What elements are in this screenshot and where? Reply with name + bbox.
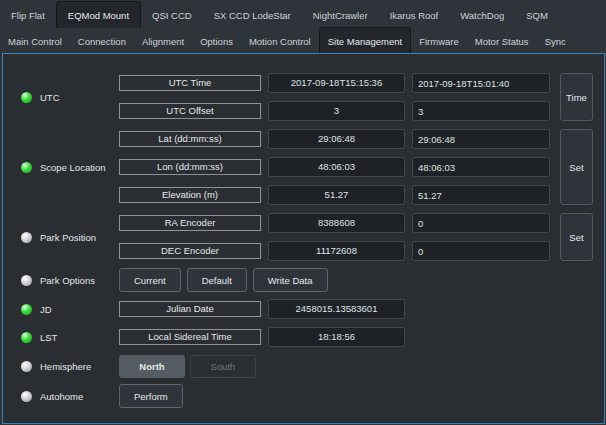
utc-offset-label: UTC Offset [119, 103, 261, 119]
utc-time-current-value: 2017-09-18T15:15:36 [268, 73, 405, 93]
group-lst: LST Local Sidereal Time 18:18:56 [21, 323, 604, 351]
autohome-perform-button[interactable]: Perform [119, 384, 183, 408]
group-hemisphere: Hemisphere North South [21, 351, 604, 381]
group-label-autohome: Autohome [40, 391, 83, 402]
utc-offset-row: UTC Offset 3 [119, 97, 550, 125]
elevation-row: Elevation (m) 51.27 [119, 181, 550, 209]
utc-time-row: UTC Time 2017-09-18T15:15:36 [119, 69, 550, 97]
utc-time-input[interactable] [412, 73, 550, 93]
group-label-hemisphere: Hemisphere [40, 361, 91, 372]
indi-control-panel: Flip Flat EQMod Mount QSI CCD SX CCD Lod… [0, 0, 606, 425]
sidereal-time-row: Local Sidereal Time 18:18:56 [119, 323, 405, 351]
group-label-utc: UTC [40, 92, 60, 103]
latitude-row: Lat (dd:mm:ss) 29:06:48 [119, 125, 550, 153]
longitude-label: Lon (dd:mm:ss) [119, 159, 261, 175]
latitude-input[interactable] [412, 129, 550, 149]
group-label-park-options: Park Options [40, 275, 95, 286]
tab-nightcrawler[interactable]: NightCrawler [302, 3, 379, 28]
tab-sx-ccd-lodestar[interactable]: SX CCD LodeStar [203, 3, 302, 28]
park-options-led-indicator [21, 275, 32, 286]
dec-encoder-current-value: 11172608 [268, 241, 405, 261]
tab-sync[interactable]: Sync [537, 29, 574, 54]
tab-eqmod-mount[interactable]: EQMod Mount [56, 1, 141, 28]
park-default-button[interactable]: Default [187, 268, 247, 292]
longitude-input[interactable] [412, 157, 550, 177]
tab-sqm[interactable]: SQM [515, 3, 559, 28]
group-autohome: Autohome Perform [21, 381, 604, 411]
group-label-scope-location: Scope Location [40, 162, 106, 173]
group-park-position: Park Position RA Encoder 8388608 DEC Enc… [21, 209, 604, 265]
tab-ikarus-roof[interactable]: Ikarus Roof [379, 3, 450, 28]
tab-options[interactable]: Options [192, 29, 241, 54]
julian-date-row: Julian Date 2458015.13583601 [119, 295, 405, 323]
latitude-current-value: 29:06:48 [268, 129, 405, 149]
group-label-lst: LST [40, 332, 57, 343]
longitude-row: Lon (dd:mm:ss) 48:06:03 [119, 153, 550, 181]
group-utc: UTC UTC Time 2017-09-18T15:15:36 UTC Off… [21, 69, 604, 125]
tab-watchdog[interactable]: WatchDog [449, 3, 515, 28]
device-tab-bar: Flip Flat EQMod Mount QSI CCD SX CCD Lod… [0, 0, 606, 28]
hemisphere-north-button[interactable]: North [119, 355, 185, 378]
elevation-input[interactable] [412, 185, 550, 205]
tab-motion-control[interactable]: Motion Control [241, 29, 319, 54]
park-current-button[interactable]: Current [119, 268, 181, 292]
julian-date-label: Julian Date [119, 301, 261, 317]
elevation-label: Elevation (m) [119, 187, 261, 203]
autohome-led-indicator [21, 391, 32, 402]
jd-led-indicator [21, 304, 32, 315]
tab-connection[interactable]: Connection [70, 29, 134, 54]
group-scope-location: Scope Location Lat (dd:mm:ss) 29:06:48 L… [21, 125, 604, 209]
ra-encoder-label: RA Encoder [119, 215, 261, 231]
park-position-led-indicator [21, 232, 32, 243]
group-jd: JD Julian Date 2458015.13583601 [21, 295, 604, 323]
scope-location-set-button[interactable]: Set [560, 129, 593, 205]
utc-led-indicator [21, 92, 32, 103]
hemisphere-south-button[interactable]: South [190, 355, 256, 378]
sidereal-time-value: 18:18:56 [268, 327, 405, 347]
tab-main-control[interactable]: Main Control [0, 29, 70, 54]
ra-encoder-row: RA Encoder 8388608 [119, 209, 550, 237]
utc-time-set-button[interactable]: Time [560, 73, 593, 121]
group-label-jd: JD [40, 304, 52, 315]
tab-qsi-ccd[interactable]: QSI CCD [141, 3, 203, 28]
group-label-park-position: Park Position [40, 232, 96, 243]
tab-alignment[interactable]: Alignment [134, 29, 192, 54]
ra-encoder-current-value: 8388608 [268, 213, 405, 233]
tab-motor-status[interactable]: Motor Status [467, 29, 537, 54]
park-position-set-button[interactable]: Set [560, 213, 593, 261]
julian-date-value: 2458015.13583601 [268, 299, 405, 319]
tab-site-management[interactable]: Site Management [319, 27, 411, 54]
park-write-data-button[interactable]: Write Data [253, 268, 328, 292]
lst-led-indicator [21, 332, 32, 343]
utc-offset-current-value: 3 [268, 101, 405, 121]
tab-flip-flat[interactable]: Flip Flat [0, 3, 56, 28]
ra-encoder-input[interactable] [412, 213, 550, 233]
scope-location-led-indicator [21, 162, 32, 173]
tab-firmware[interactable]: Firmware [411, 29, 467, 54]
elevation-current-value: 51.27 [268, 185, 405, 205]
site-management-panel: UTC UTC Time 2017-09-18T15:15:36 UTC Off… [2, 53, 605, 424]
sidereal-time-label: Local Sidereal Time [119, 329, 261, 345]
hemisphere-led-indicator [21, 361, 32, 372]
utc-offset-input[interactable] [412, 101, 550, 121]
group-park-options: Park Options Current Default Write Data [21, 265, 604, 295]
group-tab-bar: Main Control Connection Alignment Option… [0, 28, 606, 54]
longitude-current-value: 48:06:03 [268, 157, 405, 177]
dec-encoder-row: DEC Encoder 11172608 [119, 237, 550, 265]
utc-time-label: UTC Time [119, 75, 261, 91]
dec-encoder-input[interactable] [412, 241, 550, 261]
dec-encoder-label: DEC Encoder [119, 243, 261, 259]
latitude-label: Lat (dd:mm:ss) [119, 131, 261, 147]
